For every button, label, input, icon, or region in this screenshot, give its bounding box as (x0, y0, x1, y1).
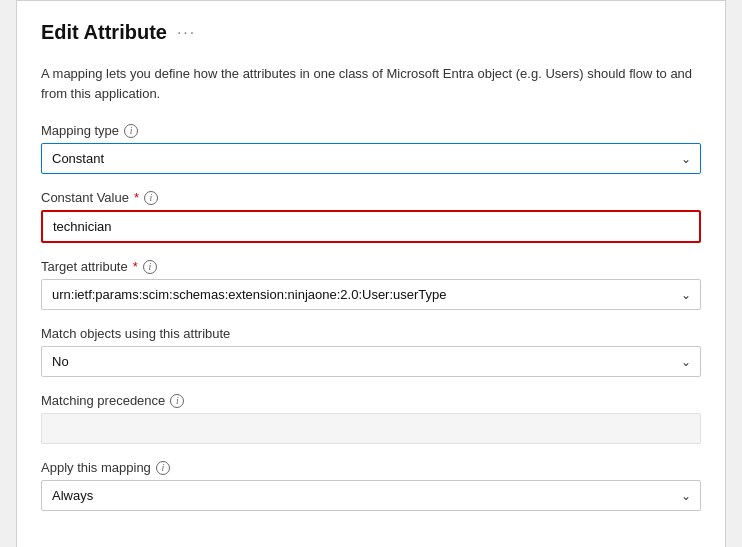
target-attribute-info-icon[interactable]: i (143, 260, 157, 274)
apply-mapping-group: Apply this mapping i Always Only during … (41, 460, 701, 511)
constant-value-info-icon[interactable]: i (144, 191, 158, 205)
match-objects-group: Match objects using this attribute No Ye… (41, 326, 701, 377)
constant-value-input[interactable] (43, 212, 699, 241)
mapping-type-label: Mapping type i (41, 123, 701, 138)
mapping-type-select[interactable]: Constant Direct Expression (41, 143, 701, 174)
matching-precedence-group: Matching precedence i (41, 393, 701, 444)
apply-mapping-label: Apply this mapping i (41, 460, 701, 475)
apply-mapping-select[interactable]: Always Only during object creation Only … (41, 480, 701, 511)
target-attribute-label: Target attribute * i (41, 259, 701, 274)
mapping-type-info-icon[interactable]: i (124, 124, 138, 138)
matching-precedence-input[interactable] (41, 413, 701, 444)
match-objects-select[interactable]: No Yes (41, 346, 701, 377)
match-objects-label: Match objects using this attribute (41, 326, 701, 341)
target-attribute-select[interactable]: urn:ietf:params:scim:schemas:extension:n… (41, 279, 701, 310)
more-options-icon[interactable]: ··· (177, 24, 196, 42)
edit-attribute-panel: Edit Attribute ··· A mapping lets you de… (16, 0, 726, 547)
constant-value-group: Constant Value * i (41, 190, 701, 243)
mapping-type-select-wrapper: Constant Direct Expression ⌄ (41, 143, 701, 174)
target-attribute-group: Target attribute * i urn:ietf:params:sci… (41, 259, 701, 310)
target-attribute-select-wrapper: urn:ietf:params:scim:schemas:extension:n… (41, 279, 701, 310)
apply-mapping-select-wrapper: Always Only during object creation Only … (41, 480, 701, 511)
matching-precedence-info-icon[interactable]: i (170, 394, 184, 408)
panel-header: Edit Attribute ··· (41, 21, 701, 44)
page-title: Edit Attribute (41, 21, 167, 44)
constant-value-label: Constant Value * i (41, 190, 701, 205)
description-text: A mapping lets you define how the attrib… (41, 64, 701, 103)
constant-value-input-wrapper (41, 210, 701, 243)
matching-precedence-label: Matching precedence i (41, 393, 701, 408)
mapping-type-group: Mapping type i Constant Direct Expressio… (41, 123, 701, 174)
match-objects-select-wrapper: No Yes ⌄ (41, 346, 701, 377)
apply-mapping-info-icon[interactable]: i (156, 461, 170, 475)
